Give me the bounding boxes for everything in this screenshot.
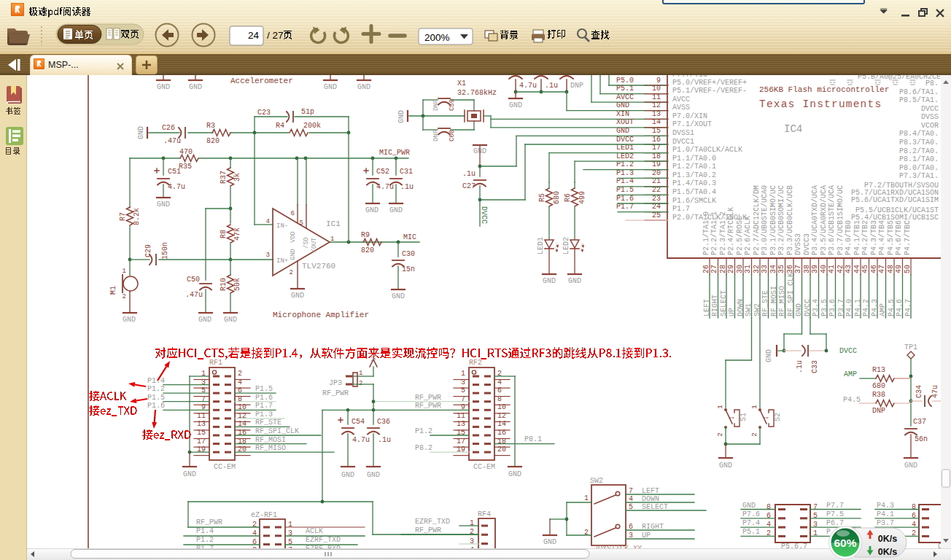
svg-text:C30: C30	[402, 250, 415, 258]
svg-text:C59: C59	[449, 99, 456, 111]
svg-text:1: 1	[717, 405, 724, 408]
svg-text:15n: 15n	[402, 265, 415, 273]
svg-text:DVCC: DVCC	[839, 347, 857, 355]
svg-text:P1.0/TA0CLK/ACLK: P1.0/TA0CLK/ACLK	[672, 146, 742, 154]
svg-text:GND: GND	[568, 277, 581, 285]
svg-text:C34: C34	[915, 385, 923, 398]
svg-text:GND: GND	[157, 83, 170, 91]
svg-text:RF_MOSI: RF_MOSI	[770, 286, 778, 316]
svg-text:47u: 47u	[931, 385, 939, 398]
svg-text:4: 4	[629, 495, 633, 503]
svg-text:10: 10	[497, 403, 506, 411]
svg-text:14: 14	[652, 118, 661, 126]
svg-text:CC-EM: CC-EM	[473, 463, 495, 471]
svg-text:12: 12	[497, 412, 506, 420]
svg-text:13: 13	[457, 420, 465, 428]
svg-text:C27: C27	[462, 182, 475, 190]
svg-text:R9: R9	[361, 231, 370, 239]
svg-text:LED1: LED1	[616, 144, 634, 152]
svg-text:10: 10	[652, 85, 661, 93]
svg-text:P8.2: P8.2	[415, 444, 432, 452]
svg-text:GND: GND	[742, 502, 756, 510]
svg-text:SELECT: SELECT	[720, 290, 728, 316]
svg-text:6: 6	[629, 523, 633, 531]
svg-text:200k: 200k	[303, 122, 321, 130]
svg-text:RF_PWR: RF_PWR	[415, 526, 441, 534]
svg-text:GND: GND	[183, 470, 196, 478]
svg-text:P7.1/XOUT: P7.1/XOUT	[672, 120, 712, 128]
svg-text:R5: R5	[538, 193, 546, 202]
svg-text:DVCC: DVCC	[804, 299, 812, 316]
svg-text:26: 26	[702, 265, 710, 273]
svg-text:P3.2/UCB0SOMI/UC: P3.2/UCB0SOMI/UC	[777, 185, 785, 255]
svg-text:15: 15	[197, 429, 206, 437]
svg-text:51p: 51p	[301, 108, 314, 116]
svg-text:33: 33	[761, 265, 769, 273]
svg-text:/SD: /SD	[303, 237, 310, 248]
svg-text:P5.1/VREF-/VEREF-: P5.1/VREF-/VEREF-	[672, 87, 747, 95]
svg-text:P5.6/UCA1TXD/UCA1SIM: P5.6/UCA1TXD/UCA1SIM	[851, 196, 939, 204]
svg-text:C60: C60	[449, 130, 456, 141]
svg-text:P4.3/TB3: P4.3/TB3	[870, 220, 878, 255]
svg-text:RIGHT: RIGHT	[711, 295, 719, 316]
svg-text:28: 28	[719, 265, 727, 273]
svg-text:AVCC: AVCC	[616, 93, 634, 101]
svg-text:P4.7/TBC: P4.7/TBC	[904, 220, 912, 255]
svg-text:IN-: IN-	[276, 222, 288, 230]
svg-text:P3.4/UCA0TXD/UCA: P3.4/UCA0TXD/UCA	[811, 185, 819, 255]
svg-text:C29: C29	[144, 244, 152, 257]
svg-text:P7.7: P7.7	[826, 502, 844, 510]
svg-text:40: 40	[820, 265, 828, 273]
svg-text:C33: C33	[811, 360, 819, 373]
svg-text:P2.7/ADC12CLK/DM: P2.7/ADC12CLK/DM	[753, 185, 761, 255]
svg-text:48: 48	[887, 265, 895, 273]
svg-text:.1u: .1u	[462, 170, 475, 178]
svg-text:P3.4: P3.4	[812, 299, 820, 316]
svg-text:47k: 47k	[233, 228, 241, 241]
svg-text:DVCC: DVCC	[921, 105, 939, 113]
svg-text:P3.0/UB0STE/UCA0: P3.0/UB0STE/UCA0	[761, 185, 769, 255]
svg-text:XIN: XIN	[616, 110, 629, 118]
svg-text:DNP: DNP	[432, 130, 440, 141]
svg-text:CC-EM: CC-EM	[214, 463, 236, 471]
svg-text:1: 1	[359, 370, 362, 377]
svg-text:GND: GND	[123, 316, 136, 324]
svg-text:MIC: MIC	[403, 233, 416, 241]
svg-text:S2: S2	[774, 413, 782, 421]
svg-text:39: 39	[811, 265, 819, 273]
svg-text:P1.2: P1.2	[415, 427, 432, 435]
svg-text:DNP: DNP	[570, 82, 583, 90]
svg-text:P2.3/TA1.2: P2.3/TA1.2	[719, 211, 727, 255]
svg-text:P4.7: P4.7	[904, 299, 912, 316]
svg-text:38: 38	[803, 265, 811, 273]
svg-text:DOWN: DOWN	[642, 495, 659, 503]
svg-text:SW1: SW1	[745, 303, 753, 316]
svg-text:29: 29	[727, 265, 735, 273]
svg-text:GND: GND	[365, 206, 379, 214]
svg-text:24: 24	[652, 203, 661, 211]
svg-text:150n: 150n	[161, 242, 169, 260]
svg-text:P7.0/XIN: P7.0/XIN	[672, 112, 707, 120]
svg-text:AVSS: AVSS	[672, 104, 690, 112]
svg-text:SELECT: SELECT	[642, 503, 668, 511]
svg-text:RF_PWR: RF_PWR	[415, 394, 441, 402]
svg-text:56n: 56n	[915, 435, 928, 443]
svg-text:R13: R13	[872, 366, 885, 374]
svg-text:C23: C23	[257, 109, 271, 117]
svg-text:P1.2: P1.2	[616, 160, 634, 168]
svg-text:P2.1/TA1.0: P2.1/TA1.0	[702, 211, 710, 255]
svg-text:P1.2/TA0.1: P1.2/TA0.1	[672, 163, 716, 171]
svg-text:GND: GND	[543, 538, 556, 546]
svg-text:680: 680	[553, 191, 561, 204]
svg-text:P8.3/TA0.: P8.3/TA0.	[899, 139, 939, 147]
svg-text:GND: GND	[509, 101, 522, 109]
svg-text:P4.0/TB0: P4.0/TB0	[845, 220, 853, 255]
svg-text:R6: R6	[564, 193, 572, 202]
svg-text:DVCC: DVCC	[480, 206, 488, 224]
svg-text:RF1: RF1	[209, 359, 222, 367]
svg-text:RF_MOSI: RF_MOSI	[255, 436, 286, 444]
svg-text:R4: R4	[276, 122, 284, 130]
svg-text:DVSS3: DVSS3	[794, 233, 802, 255]
svg-text:X1: X1	[457, 79, 466, 88]
svg-text:eZ-RF1: eZ-RF1	[251, 511, 277, 519]
